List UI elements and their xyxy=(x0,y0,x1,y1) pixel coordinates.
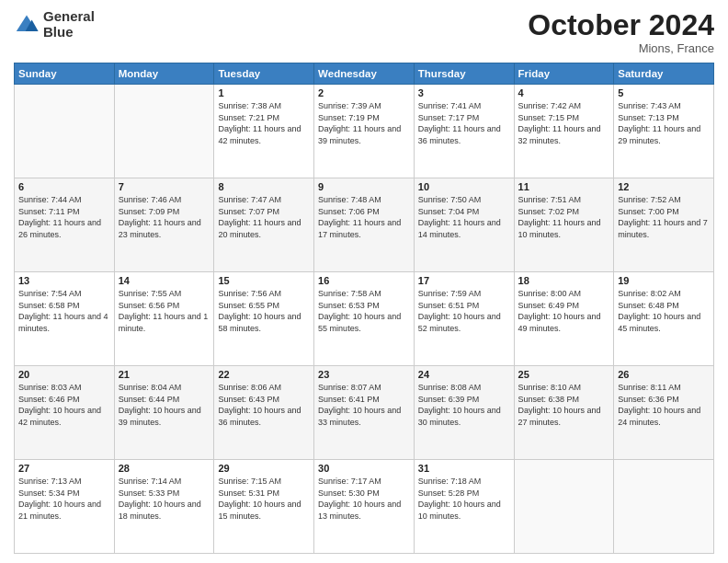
calendar-cell: 8Sunrise: 7:47 AM Sunset: 7:07 PM Daylig… xyxy=(214,178,314,272)
day-number: 22 xyxy=(218,369,310,380)
calendar-cell: 12Sunrise: 7:52 AM Sunset: 7:00 PM Dayli… xyxy=(614,178,714,272)
logo-icon xyxy=(14,12,40,38)
day-info: Sunrise: 8:08 AM Sunset: 6:39 PM Dayligh… xyxy=(418,382,510,428)
calendar-cell: 25Sunrise: 8:10 AM Sunset: 6:38 PM Dayli… xyxy=(514,366,614,460)
day-number: 18 xyxy=(518,275,610,286)
day-number: 12 xyxy=(618,181,710,192)
day-info: Sunrise: 8:04 AM Sunset: 6:44 PM Dayligh… xyxy=(119,382,210,428)
day-info: Sunrise: 8:03 AM Sunset: 6:46 PM Dayligh… xyxy=(18,382,110,428)
calendar-cell: 4Sunrise: 7:42 AM Sunset: 7:15 PM Daylig… xyxy=(514,85,614,178)
day-number: 23 xyxy=(318,369,410,380)
day-number: 15 xyxy=(218,275,310,286)
calendar-cell: 19Sunrise: 8:02 AM Sunset: 6:48 PM Dayli… xyxy=(614,272,714,366)
day-info: Sunrise: 7:13 AM Sunset: 5:34 PM Dayligh… xyxy=(18,476,110,522)
location: Mions, France xyxy=(528,41,714,55)
day-number: 9 xyxy=(318,181,410,192)
day-number: 6 xyxy=(18,181,110,192)
day-number: 24 xyxy=(418,369,510,380)
calendar-cell xyxy=(15,85,115,178)
calendar-week: 13Sunrise: 7:54 AM Sunset: 6:58 PM Dayli… xyxy=(15,272,714,366)
day-info: Sunrise: 7:39 AM Sunset: 7:19 PM Dayligh… xyxy=(318,100,410,146)
calendar: SundayMondayTuesdayWednesdayThursdayFrid… xyxy=(14,63,714,554)
day-info: Sunrise: 7:48 AM Sunset: 7:06 PM Dayligh… xyxy=(318,194,410,240)
calendar-cell: 17Sunrise: 7:59 AM Sunset: 6:51 PM Dayli… xyxy=(414,272,514,366)
day-info: Sunrise: 7:42 AM Sunset: 7:15 PM Dayligh… xyxy=(518,100,610,146)
day-number: 25 xyxy=(518,369,610,380)
calendar-cell: 13Sunrise: 7:54 AM Sunset: 6:58 PM Dayli… xyxy=(15,272,115,366)
day-number: 14 xyxy=(119,275,210,286)
day-info: Sunrise: 7:15 AM Sunset: 5:31 PM Dayligh… xyxy=(218,476,310,522)
day-info: Sunrise: 7:38 AM Sunset: 7:21 PM Dayligh… xyxy=(218,100,310,146)
day-info: Sunrise: 7:47 AM Sunset: 7:07 PM Dayligh… xyxy=(218,194,310,240)
header: General Blue October 2024 Mions, France xyxy=(14,9,714,55)
calendar-cell: 5Sunrise: 7:43 AM Sunset: 7:13 PM Daylig… xyxy=(614,85,714,178)
day-number: 27 xyxy=(18,463,110,474)
logo-line2: Blue xyxy=(43,25,95,40)
day-number: 28 xyxy=(119,463,210,474)
day-number: 1 xyxy=(218,87,310,98)
calendar-cell: 21Sunrise: 8:04 AM Sunset: 6:44 PM Dayli… xyxy=(114,366,214,460)
calendar-cell: 28Sunrise: 7:14 AM Sunset: 5:33 PM Dayli… xyxy=(114,460,214,554)
calendar-cell: 11Sunrise: 7:51 AM Sunset: 7:02 PM Dayli… xyxy=(514,178,614,272)
calendar-cell: 1Sunrise: 7:38 AM Sunset: 7:21 PM Daylig… xyxy=(214,85,314,178)
day-info: Sunrise: 7:55 AM Sunset: 6:56 PM Dayligh… xyxy=(119,288,210,334)
logo-line1: General xyxy=(43,9,95,25)
weekday-header: Wednesday xyxy=(314,63,415,85)
day-number: 26 xyxy=(618,369,710,380)
calendar-cell: 2Sunrise: 7:39 AM Sunset: 7:19 PM Daylig… xyxy=(314,85,415,178)
day-number: 19 xyxy=(618,275,710,286)
day-number: 13 xyxy=(18,275,110,286)
day-number: 10 xyxy=(418,181,510,192)
calendar-cell: 26Sunrise: 8:11 AM Sunset: 6:36 PM Dayli… xyxy=(614,366,714,460)
day-number: 17 xyxy=(418,275,510,286)
day-info: Sunrise: 8:06 AM Sunset: 6:43 PM Dayligh… xyxy=(218,382,310,428)
logo-text: General Blue xyxy=(43,9,95,40)
calendar-cell: 7Sunrise: 7:46 AM Sunset: 7:09 PM Daylig… xyxy=(114,178,214,272)
calendar-cell: 9Sunrise: 7:48 AM Sunset: 7:06 PM Daylig… xyxy=(314,178,415,272)
day-info: Sunrise: 7:18 AM Sunset: 5:28 PM Dayligh… xyxy=(418,476,510,522)
calendar-cell xyxy=(514,460,614,554)
day-number: 4 xyxy=(518,87,610,98)
day-info: Sunrise: 7:54 AM Sunset: 6:58 PM Dayligh… xyxy=(18,288,110,334)
weekday-header: Tuesday xyxy=(214,63,314,85)
calendar-cell: 23Sunrise: 8:07 AM Sunset: 6:41 PM Dayli… xyxy=(314,366,415,460)
day-number: 3 xyxy=(418,87,510,98)
weekday-header: Monday xyxy=(114,63,214,85)
day-number: 30 xyxy=(318,463,410,474)
day-info: Sunrise: 7:59 AM Sunset: 6:51 PM Dayligh… xyxy=(418,288,510,334)
day-number: 21 xyxy=(119,369,210,380)
weekday-header: Sunday xyxy=(15,63,115,85)
calendar-cell: 3Sunrise: 7:41 AM Sunset: 7:17 PM Daylig… xyxy=(414,85,514,178)
day-info: Sunrise: 7:17 AM Sunset: 5:30 PM Dayligh… xyxy=(318,476,410,522)
month-title: October 2024 xyxy=(528,9,714,41)
day-number: 20 xyxy=(18,369,110,380)
calendar-cell: 10Sunrise: 7:50 AM Sunset: 7:04 PM Dayli… xyxy=(414,178,514,272)
page: General Blue October 2024 Mions, France … xyxy=(0,0,728,563)
day-number: 31 xyxy=(418,463,510,474)
day-info: Sunrise: 8:02 AM Sunset: 6:48 PM Dayligh… xyxy=(618,288,710,334)
logo: General Blue xyxy=(14,9,95,40)
day-number: 29 xyxy=(218,463,310,474)
weekday-header: Friday xyxy=(514,63,614,85)
calendar-cell: 29Sunrise: 7:15 AM Sunset: 5:31 PM Dayli… xyxy=(214,460,314,554)
day-info: Sunrise: 7:58 AM Sunset: 6:53 PM Dayligh… xyxy=(318,288,410,334)
calendar-week: 1Sunrise: 7:38 AM Sunset: 7:21 PM Daylig… xyxy=(15,85,714,178)
title-block: October 2024 Mions, France xyxy=(528,9,714,55)
day-info: Sunrise: 7:52 AM Sunset: 7:00 PM Dayligh… xyxy=(618,194,710,240)
calendar-body: 1Sunrise: 7:38 AM Sunset: 7:21 PM Daylig… xyxy=(15,85,714,554)
calendar-cell: 24Sunrise: 8:08 AM Sunset: 6:39 PM Dayli… xyxy=(414,366,514,460)
calendar-cell: 27Sunrise: 7:13 AM Sunset: 5:34 PM Dayli… xyxy=(15,460,115,554)
day-info: Sunrise: 7:43 AM Sunset: 7:13 PM Dayligh… xyxy=(618,100,710,146)
day-number: 7 xyxy=(119,181,210,192)
day-info: Sunrise: 7:51 AM Sunset: 7:02 PM Dayligh… xyxy=(518,194,610,240)
calendar-cell: 16Sunrise: 7:58 AM Sunset: 6:53 PM Dayli… xyxy=(314,272,415,366)
day-info: Sunrise: 7:41 AM Sunset: 7:17 PM Dayligh… xyxy=(418,100,510,146)
calendar-cell: 14Sunrise: 7:55 AM Sunset: 6:56 PM Dayli… xyxy=(114,272,214,366)
weekday-header: Thursday xyxy=(414,63,514,85)
calendar-header: SundayMondayTuesdayWednesdayThursdayFrid… xyxy=(15,63,714,85)
weekday-header: Saturday xyxy=(614,63,714,85)
day-info: Sunrise: 8:10 AM Sunset: 6:38 PM Dayligh… xyxy=(518,382,610,428)
calendar-cell: 6Sunrise: 7:44 AM Sunset: 7:11 PM Daylig… xyxy=(15,178,115,272)
calendar-week: 6Sunrise: 7:44 AM Sunset: 7:11 PM Daylig… xyxy=(15,178,714,272)
day-number: 8 xyxy=(218,181,310,192)
